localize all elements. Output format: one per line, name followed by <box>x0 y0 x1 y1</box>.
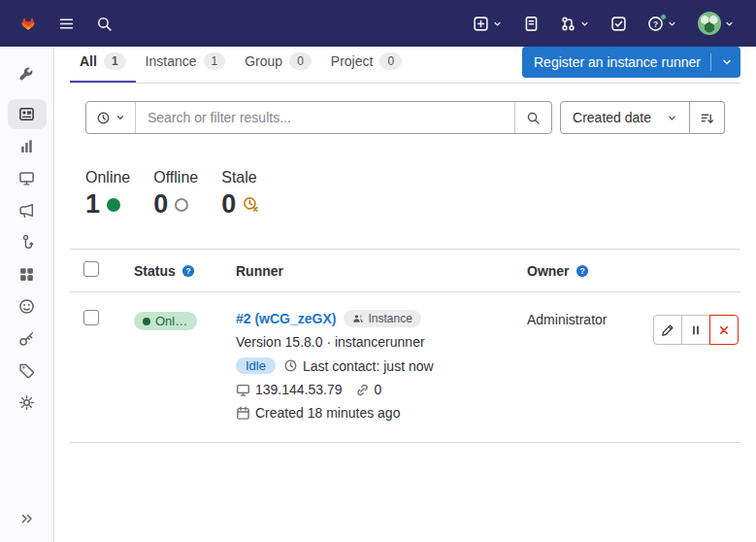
tab-group[interactable]: Group 0 <box>235 41 321 83</box>
chevron-down-icon <box>492 18 503 29</box>
notification-dot <box>660 14 667 20</box>
todos-check-square-icon <box>610 16 627 32</box>
offline-status-icon <box>175 198 188 212</box>
sidebar-item-analytics[interactable] <box>8 131 47 161</box>
gitlab-tanuki-icon <box>16 12 41 36</box>
people-icon <box>352 313 364 324</box>
pause-icon <box>689 323 703 337</box>
topbar-left-group <box>52 11 118 37</box>
admin-sidebar <box>0 47 54 542</box>
table-header: Status ? Runner Owner ? <box>70 249 740 292</box>
register-instance-runner-button[interactable]: Register an instance runner <box>522 47 740 78</box>
gear-icon <box>18 394 35 411</box>
topbar-right-group: ? <box>467 7 740 40</box>
dot-separator: · <box>326 334 331 350</box>
tab-count-badge: 1 <box>204 52 226 70</box>
runner-status-badge: Online <box>134 312 197 330</box>
edit-runner-button[interactable] <box>653 315 682 345</box>
new-menu-button[interactable] <box>467 11 509 37</box>
wrench-icon <box>18 66 35 83</box>
chevron-double-right-icon <box>19 511 35 526</box>
svg-text:?: ? <box>579 265 584 275</box>
issues-button[interactable] <box>517 11 545 37</box>
search-icon <box>96 16 113 32</box>
tab-instance[interactable]: Instance 1 <box>136 41 236 83</box>
chevron-down-icon <box>667 113 677 123</box>
sidebar-item-deploy-keys[interactable] <box>8 323 47 354</box>
tab-count-badge: 1 <box>104 52 126 70</box>
stat-value: 0 <box>221 189 236 220</box>
chevron-down-icon <box>724 18 735 29</box>
runner-type-label: Instance <box>368 312 411 325</box>
sidebar-item-overview-runners[interactable] <box>8 99 47 129</box>
tab-label: Group <box>245 53 282 69</box>
stat-stale: Stale 0 <box>221 169 260 220</box>
hamburger-icon <box>58 16 75 32</box>
sidebar-collapse-button[interactable] <box>0 503 54 534</box>
runner-version: Version 15.8.0 <box>236 334 323 350</box>
filter-bar: Created date <box>85 101 725 134</box>
runner-link[interactable]: #2 (wCG_zeGX) <box>236 311 336 326</box>
sidebar-item-monitoring[interactable] <box>8 163 47 193</box>
hamburger-menu-button[interactable] <box>52 11 81 37</box>
runner-last-contact: Last contact: just now <box>303 358 434 374</box>
tab-project[interactable]: Project 0 <box>321 41 411 83</box>
tab-label: Instance <box>146 53 197 69</box>
select-runner-checkbox[interactable] <box>83 310 99 325</box>
status-help-icon[interactable]: ? <box>181 264 195 278</box>
search-button[interactable] <box>90 11 118 37</box>
search-submit-button[interactable] <box>514 102 551 133</box>
runner-row: Online #2 (wCG_zeGX) Instance Version 15… <box>70 292 740 443</box>
owner-help-icon[interactable]: ? <box>575 264 589 278</box>
bar-chart-icon <box>18 138 35 154</box>
key-icon <box>18 330 35 347</box>
clock-icon <box>283 358 298 373</box>
stale-clock-icon <box>243 196 260 214</box>
chevron-down-icon <box>667 18 677 29</box>
sidebar-item-applications[interactable] <box>8 259 47 289</box>
topbar: ? <box>0 0 756 47</box>
chevron-down-icon <box>115 113 125 122</box>
link-icon <box>355 383 370 397</box>
runner-linked-count: 0 <box>375 382 382 397</box>
button-divider <box>710 53 711 71</box>
online-dot-icon <box>143 318 150 325</box>
tab-all[interactable]: All 1 <box>70 41 136 83</box>
sidebar-item-settings[interactable] <box>8 388 47 418</box>
merge-requests-button[interactable] <box>554 11 596 37</box>
select-all-checkbox[interactable] <box>83 261 99 277</box>
runner-description: instancerunner <box>335 334 425 350</box>
history-clock-icon <box>96 111 111 125</box>
svg-text:?: ? <box>185 265 190 275</box>
stat-value: 1 <box>85 189 100 220</box>
todos-button[interactable] <box>605 11 633 37</box>
help-icon-wrap: ? <box>647 16 664 32</box>
sort-direction-button[interactable] <box>690 101 725 134</box>
main-content: Admin Area › Runners All 1 Instance 1 Gr… <box>54 0 756 443</box>
runner-stats: Online 1 Offline 0 Stale 0 <box>85 169 725 220</box>
sidebar-item-abuse-reports[interactable] <box>8 291 47 322</box>
pause-runner-button[interactable] <box>681 315 710 345</box>
user-avatar <box>698 12 721 35</box>
runner-version-line: Version 15.8.0 · instancerunner <box>236 334 502 350</box>
sidebar-item-system-hooks[interactable] <box>8 227 47 257</box>
sort-by-dropdown[interactable]: Created date <box>560 101 690 134</box>
search-input[interactable] <box>136 102 514 133</box>
stat-label: Stale <box>221 169 260 186</box>
user-menu-button[interactable] <box>692 7 740 40</box>
search-filter-group <box>85 101 552 134</box>
sort-descending-icon <box>700 111 714 125</box>
close-icon <box>717 323 731 337</box>
gitlab-logo[interactable] <box>16 12 41 36</box>
runner-type-tabs: All 1 Instance 1 Group 0 Project 0 <box>70 41 411 83</box>
sidebar-item-admin-overview[interactable] <box>8 59 47 89</box>
delete-runner-button[interactable] <box>709 315 739 345</box>
help-menu-button[interactable]: ? <box>641 11 683 37</box>
labels-tag-icon <box>18 362 35 379</box>
chevron-down-icon <box>579 18 590 29</box>
runner-job-status-badge: Idle <box>236 357 276 374</box>
sidebar-item-labels[interactable] <box>8 356 47 386</box>
svg-text:?: ? <box>653 18 658 28</box>
sidebar-item-messages[interactable] <box>8 195 47 225</box>
filter-history-dropdown[interactable] <box>86 102 136 133</box>
